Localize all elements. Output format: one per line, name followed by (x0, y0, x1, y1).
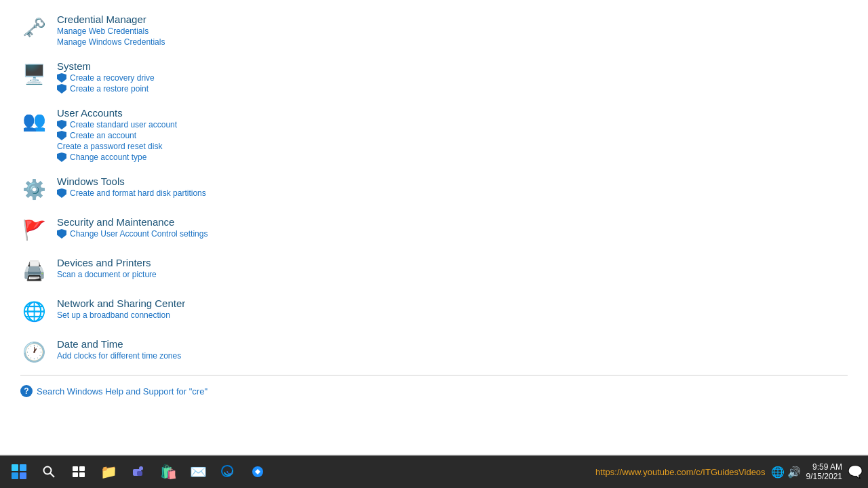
user-accounts-link-0[interactable]: Create standard user account (57, 120, 177, 129)
windows-tools-link-text-0: Create and format hard disk partitions (70, 188, 206, 198)
shield-icon-user-accounts-1 (57, 131, 66, 140)
credential-manager-link-text-0: Manage Web Credentials (57, 26, 149, 36)
system-link-1[interactable]: Create a restore point (57, 84, 155, 94)
taskbar-right: https://www.youtube.com/c/ITGuidesVideos… (595, 462, 863, 481)
taskbar-left: 📁 🛍️ ✉️ (5, 458, 271, 485)
network-sharing-link-0[interactable]: Set up a broadband connection (57, 310, 185, 320)
user-accounts-content: User AccountsCreate standard user accoun… (57, 107, 177, 162)
devices-printers-icon: 🖨️ (20, 257, 47, 284)
taskbar-app-icon[interactable] (244, 458, 271, 485)
network-sharing-content: Network and Sharing CenterSet up a broad… (57, 298, 185, 320)
credential-manager-link-0[interactable]: Manage Web Credentials (57, 26, 165, 36)
date-time-title[interactable]: Date and Time (57, 338, 181, 350)
user-accounts-link-2[interactable]: Create a password reset disk (57, 142, 177, 151)
user-accounts-link-text-1: Create an account (70, 131, 136, 140)
system-link-0[interactable]: Create a recovery drive (57, 73, 155, 83)
svg-rect-2 (73, 466, 78, 471)
date-time-content: Date and TimeAdd clocks for different ti… (57, 338, 181, 361)
windows-tools-link-0[interactable]: Create and format hard disk partitions (57, 188, 206, 198)
taskbar-clock[interactable]: 9:59 AM 9/15/2021 (806, 462, 842, 481)
shield-icon-system-0 (57, 73, 66, 83)
control-panel-item-date-time: 🕐Date and TimeAdd clocks for different t… (20, 331, 848, 372)
network-sharing-title[interactable]: Network and Sharing Center (57, 298, 185, 309)
search-taskbar-button[interactable] (35, 458, 62, 485)
svg-point-7 (139, 466, 143, 470)
control-panel-item-security-maintenance: 🚩Security and MaintenanceChange User Acc… (20, 209, 848, 250)
main-content: 🗝️Credential ManagerManage Web Credentia… (0, 0, 868, 454)
devices-printers-title[interactable]: Devices and Printers (57, 257, 157, 268)
volume-tray-icon: 🔊 (787, 466, 801, 479)
taskbar-time: 9:59 AM (812, 462, 842, 472)
svg-rect-8 (137, 471, 142, 476)
windows-tools-content: Windows ToolsCreate and format hard disk… (57, 176, 206, 198)
teams-button[interactable] (125, 458, 152, 485)
security-maintenance-icon: 🚩 (20, 216, 47, 243)
devices-printers-link-0[interactable]: Scan a document or picture (57, 270, 157, 279)
date-time-icon: 🕐 (20, 338, 47, 365)
start-button[interactable] (5, 458, 33, 485)
shield-icon-user-accounts-0 (57, 120, 66, 129)
security-maintenance-link-text-0: Change User Account Control settings (70, 229, 208, 239)
devices-printers-content: Devices and PrintersScan a document or p… (57, 257, 157, 279)
svg-line-1 (50, 473, 54, 477)
security-maintenance-content: Security and MaintenanceChange User Acco… (57, 216, 208, 239)
control-panel-item-windows-tools: ⚙️Windows ToolsCreate and format hard di… (20, 169, 848, 209)
user-accounts-link-text-0: Create standard user account (70, 120, 177, 129)
taskbar-url: https://www.youtube.com/c/ITGuidesVideos (595, 467, 766, 477)
security-maintenance-title[interactable]: Security and Maintenance (57, 216, 208, 228)
control-panel-item-system: 🖥️SystemCreate a recovery driveCreate a … (20, 54, 848, 100)
mail-button[interactable]: ✉️ (184, 458, 212, 485)
user-accounts-link-3[interactable]: Change account type (57, 152, 177, 162)
credential-manager-link-1[interactable]: Manage Windows Credentials (57, 37, 165, 47)
taskbar-date: 9/15/2021 (806, 472, 842, 481)
svg-rect-3 (79, 466, 85, 471)
system-link-text-1: Create a restore point (70, 84, 149, 94)
shield-icon-security-maintenance-0 (57, 229, 66, 239)
help-link[interactable]: Search Windows Help and Support for "cre… (37, 386, 208, 396)
svg-rect-5 (79, 472, 85, 477)
file-explorer-button[interactable]: 📁 (95, 458, 122, 485)
taskbar: 📁 🛍️ ✉️ ht (0, 455, 868, 488)
shield-icon-windows-tools-0 (57, 188, 66, 198)
credential-manager-title[interactable]: Credential Manager (57, 14, 165, 25)
user-accounts-icon: 👥 (20, 107, 47, 134)
credential-manager-link-text-1: Manage Windows Credentials (57, 37, 165, 47)
date-time-link-0[interactable]: Add clocks for different time zones (57, 351, 181, 361)
shield-icon-system-1 (57, 84, 66, 94)
divider (20, 375, 848, 375)
control-panel-item-devices-printers: 🖨️Devices and PrintersScan a document or… (20, 250, 848, 291)
credential-manager-icon: 🗝️ (20, 14, 47, 41)
user-accounts-link-1[interactable]: Create an account (57, 131, 177, 140)
task-view-button[interactable] (65, 458, 92, 485)
credential-manager-content: Credential ManagerManage Web Credentials… (57, 14, 165, 47)
network-sharing-icon: 🌐 (20, 298, 47, 325)
control-panel-item-credential-manager: 🗝️Credential ManagerManage Web Credentia… (20, 7, 848, 54)
store-button[interactable]: 🛍️ (155, 458, 182, 485)
system-icon: 🖥️ (20, 60, 47, 87)
system-title[interactable]: System (57, 60, 155, 72)
svg-point-0 (44, 467, 52, 474)
user-accounts-link-text-3: Change account type (70, 152, 146, 162)
help-row: ? Search Windows Help and Support for "c… (20, 378, 848, 404)
svg-rect-4 (73, 472, 78, 477)
shield-icon-user-accounts-3 (57, 152, 66, 162)
edge-button[interactable] (214, 458, 241, 485)
security-maintenance-link-0[interactable]: Change User Account Control settings (57, 229, 208, 239)
notification-icon[interactable]: 🗨️ (848, 464, 863, 479)
control-panel-item-network-sharing: 🌐Network and Sharing CenterSet up a broa… (20, 291, 848, 331)
control-panel-item-user-accounts: 👥User AccountsCreate standard user accou… (20, 100, 848, 169)
network-tray-icon: 🌐 (771, 466, 785, 479)
windows-tools-title[interactable]: Windows Tools (57, 176, 206, 187)
user-accounts-title[interactable]: User Accounts (57, 107, 177, 119)
system-content: SystemCreate a recovery driveCreate a re… (57, 60, 155, 94)
windows-tools-icon: ⚙️ (20, 176, 47, 203)
help-icon: ? (20, 385, 33, 397)
system-link-text-0: Create a recovery drive (70, 73, 155, 83)
